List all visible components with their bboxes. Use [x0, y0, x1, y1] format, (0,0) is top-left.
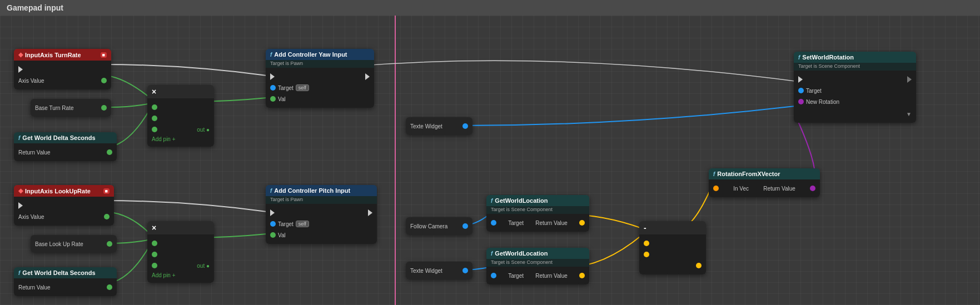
node-texte-widget-2[interactable]: Texte Widget [406, 262, 472, 279]
blueprint-canvas: ◆ InputAxis TurnRate ■ Axis Value Base T… [0, 16, 980, 305]
node-base-lookup-rate[interactable]: Base Look Up Rate [31, 235, 117, 253]
multiply-label: × [152, 223, 156, 232]
subtract-label: - [644, 223, 646, 232]
multiply-label: × [152, 87, 156, 96]
exec-in-row [266, 207, 377, 218]
target-return-row-2: Target Return Value [486, 270, 589, 281]
target-row: Target [794, 85, 916, 96]
node-inputaxis-lookup[interactable]: ◆ InputAxis LookUpRate ■ Axis Value [14, 185, 114, 226]
add-pin-button[interactable]: Add pin + [147, 135, 214, 143]
node-inputaxis-turnrate[interactable]: ◆ InputAxis TurnRate ■ Axis Value [14, 49, 111, 89]
node-add-controller-pitch[interactable]: f Add Controller Pitch Input Target is P… [266, 185, 377, 244]
pin-sub2 [639, 249, 706, 260]
node-label: GetWorldLocation [495, 250, 548, 257]
axis-value-row: Axis Value [14, 75, 111, 86]
base-turn-rate-row: Base Turn Rate [31, 102, 111, 113]
node-subheader: Target is Scene Component [486, 259, 589, 267]
node-get-world-delta-2[interactable]: f Get World Delta Seconds Return Value [14, 267, 117, 296]
texte-widget-2-row: Texte Widget [406, 265, 472, 276]
return-value-row: Return Value [14, 147, 117, 158]
axis-value-row: Axis Value [14, 211, 114, 222]
pin-in1 [147, 102, 214, 113]
texte-widget-1-row: Texte Widget [406, 121, 472, 132]
invec-return-row: In Vec Return Value [709, 183, 820, 194]
pin-in2 [147, 113, 214, 124]
node-add-controller-yaw[interactable]: f Add Controller Yaw Input Target is Paw… [266, 49, 374, 108]
node-label: Add Controller Pitch Input [274, 187, 350, 194]
exec-row [794, 74, 916, 85]
exec-out-row [14, 200, 114, 211]
pin-in3: out ● [147, 260, 214, 271]
node-label: GetWorldLocation [495, 197, 548, 204]
exec-out-row [14, 64, 111, 75]
target-row: Target self [266, 218, 377, 229]
new-rotation-row: New Rotation [794, 96, 916, 107]
pin-sub-out [639, 260, 706, 271]
node-label: RotationFromXVector [717, 171, 780, 177]
node-subtract[interactable]: - [639, 221, 706, 274]
node-subheader: Target is Pawn [266, 60, 374, 68]
pin-in2 [147, 249, 214, 260]
base-lookup-row: Base Look Up Rate [31, 238, 117, 249]
node-subheader: Target is Pawn [266, 196, 377, 204]
pin-in1 [147, 238, 214, 249]
node-label: Get World Delta Seconds [22, 269, 95, 276]
node-base-turn-rate[interactable]: Base Turn Rate [31, 99, 111, 117]
node-label: Get World Delta Seconds [22, 134, 95, 141]
follow-camera-row: Follow Camera [406, 221, 472, 232]
val-row: Val [266, 229, 377, 241]
node-subheader: Target is Scene Component [794, 63, 916, 71]
node-set-world-rotation[interactable]: f SetWorldRotation Target is Scene Compo… [794, 52, 916, 123]
node-get-world-location-2[interactable]: f GetWorldLocation Target is Scene Compo… [486, 248, 589, 284]
pin-in3: out ● [147, 124, 214, 135]
divider-line [395, 16, 396, 305]
node-rotation-from-x[interactable]: f RotationFromXVector In Vec Return Valu… [709, 168, 820, 197]
node-label: InputAxis TurnRate [25, 52, 81, 58]
target-return-row: Target Return Value [486, 217, 589, 228]
target-row: Target self [266, 82, 374, 93]
add-pin-button-2[interactable]: Add pin + [147, 271, 214, 279]
pin-sub1 [639, 238, 706, 249]
val-row: Val [266, 93, 374, 104]
node-label: Add Controller Yaw Input [274, 51, 347, 58]
node-multiply-2[interactable]: × out ● Add pin + [147, 221, 214, 283]
node-texte-widget-1[interactable]: Texte Widget [406, 117, 472, 135]
node-get-world-delta-1[interactable]: f Get World Delta Seconds Return Value [14, 132, 117, 161]
node-get-world-location-1[interactable]: f GetWorldLocation Target is Scene Compo… [486, 195, 589, 232]
node-label: SetWorldRotation [802, 54, 854, 61]
exec-in-row [266, 71, 374, 82]
node-subheader: Target is Scene Component [486, 206, 589, 214]
node-follow-camera[interactable]: Follow Camera [406, 217, 472, 235]
node-label: InputAxis LookUpRate [25, 188, 91, 194]
node-multiply-1[interactable]: × out ● Add pin + [147, 85, 214, 147]
return-value-row: Return Value [14, 282, 117, 293]
page-title: Gamepad input [7, 3, 63, 12]
